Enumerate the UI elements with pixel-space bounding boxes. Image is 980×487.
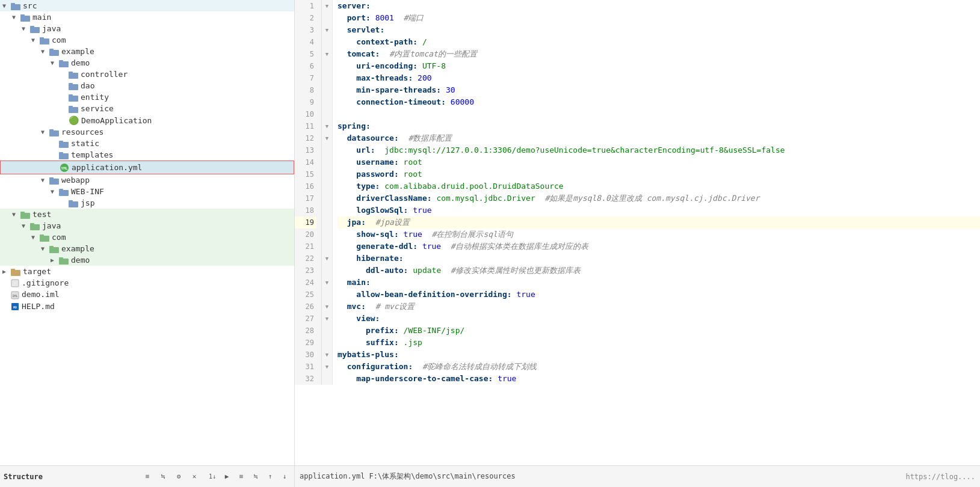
sort-icon[interactable]: ≡	[141, 471, 153, 483]
tree-arrow: ▼	[12, 14, 20, 20]
line-num-5: 5	[295, 48, 316, 60]
sort-alpha-icon[interactable]: ≒	[157, 471, 169, 483]
tree-item-application.yml[interactable]: YMLapplication.yml	[0, 161, 294, 174]
code-line-4: context-path: /	[337, 36, 980, 48]
move-down-icon[interactable]: ↓	[279, 471, 291, 483]
gutter-item-22[interactable]: ▼	[322, 253, 332, 265]
tree-arrow: ▶	[2, 268, 11, 275]
gutter-item-24[interactable]: ▼	[322, 277, 332, 289]
tree-item-WEB-INF[interactable]: ▼WEB-INF	[0, 186, 294, 197]
folder-icon	[20, 13, 30, 22]
tree-item-target[interactable]: ▶target	[0, 266, 294, 277]
tree-arrow: ▼	[41, 48, 49, 55]
tree-item-label: demo	[71, 58, 90, 67]
tree-item-static[interactable]: static	[0, 138, 294, 149]
folder-icon	[59, 150, 69, 159]
folder-icon	[59, 187, 69, 196]
gutter-item-11[interactable]: ▼	[322, 120, 332, 132]
folder-icon	[69, 198, 78, 207]
fold-gutter: ▼▼▼▼▼▼▼▼▼▼▼	[322, 0, 333, 385]
iml-file-icon: IML	[11, 290, 19, 299]
tree-item-test-demo[interactable]: ▶demo	[0, 254, 294, 266]
fold-arrow[interactable]: ▼	[325, 123, 328, 129]
settings-icon[interactable]: ⚙	[173, 471, 185, 483]
tree-item-controller[interactable]: controller	[0, 69, 294, 80]
fold-arrow[interactable]: ▼	[325, 352, 328, 358]
tree-item-templates[interactable]: templates	[0, 149, 294, 161]
code-line-22: hibernate:	[337, 253, 980, 265]
tree-item-test[interactable]: ▼test	[0, 209, 294, 220]
fold-arrow[interactable]: ▼	[325, 304, 328, 310]
tree-item-demo[interactable]: ▼demo	[0, 57, 294, 69]
fold-arrow[interactable]: ▼	[325, 280, 328, 286]
move-up-icon[interactable]: ↑	[264, 471, 276, 483]
tree-item-com[interactable]: ▼com	[0, 34, 294, 46]
code-line-12: datasource: #数据库配置	[337, 132, 980, 144]
gutter-item-3[interactable]: ▼	[322, 24, 332, 36]
structure-label: Structure	[4, 473, 138, 481]
tree-item-label: test	[32, 210, 51, 219]
sort-by-type-icon[interactable]: 1↓	[206, 471, 218, 483]
gutter-item-30[interactable]: ▼	[322, 349, 332, 361]
tree-item-test-example[interactable]: ▼example	[0, 243, 294, 254]
code-line-25: allow-bean-definition-overriding: true	[337, 289, 980, 301]
code-line-15: password: root	[337, 168, 980, 180]
tree-item-java[interactable]: ▼java	[0, 23, 294, 34]
fold-arrow[interactable]: ▼	[325, 135, 328, 141]
tree-item-example[interactable]: ▼example	[0, 46, 294, 57]
tree-item-gitignore[interactable]: .gitignore	[0, 277, 294, 289]
code-lines: server: port: 8001 #端口 servlet: context-…	[333, 0, 980, 385]
code-editor[interactable]: 1234567891011121314151617181920212223242…	[295, 0, 980, 465]
tree-item-label: HELP.md	[22, 302, 55, 311]
code-line-1: server:	[337, 0, 980, 12]
tree-item-service[interactable]: service	[0, 103, 294, 114]
code-line-6: uri-encoding: UTF-8	[337, 60, 980, 72]
svg-rect-35	[20, 212, 25, 213]
tree-item-HELP.md[interactable]: MDHELP.md	[0, 301, 294, 313]
tree-item-main[interactable]: ▼main	[0, 11, 294, 23]
line-num-1: 1	[295, 0, 316, 12]
fold-arrow[interactable]: ▼	[325, 51, 328, 57]
tree-item-src[interactable]: ▼src	[0, 0, 294, 11]
tree-item-resources[interactable]: ▼resources	[0, 126, 294, 138]
gutter-item-25	[322, 289, 332, 301]
fold-arrow[interactable]: ▼	[325, 364, 328, 370]
tree-item-jsp[interactable]: jsp	[0, 197, 294, 209]
gutter-item-31[interactable]: ▼	[322, 361, 332, 373]
tree-item-DemoApplication[interactable]: 🟢DemoApplication	[0, 114, 294, 126]
tree-item-entity[interactable]: entity	[0, 91, 294, 103]
fold-arrow[interactable]: ▼	[325, 27, 328, 33]
tree-icon[interactable]: ≡	[235, 471, 247, 483]
tree-item-demo.iml[interactable]: IMLdemo.iml	[0, 289, 294, 301]
fold-arrow[interactable]: ▼	[325, 256, 328, 262]
gutter-item-21	[322, 240, 332, 253]
folder-icon	[59, 139, 69, 148]
gutter-item-1[interactable]: ▼	[322, 0, 332, 12]
line-num-32: 32	[295, 373, 316, 385]
gutter-item-5[interactable]: ▼	[322, 48, 332, 60]
tree-item-label: webapp	[61, 176, 90, 185]
fold-arrow[interactable]: ▼	[325, 316, 328, 322]
close-icon[interactable]: ✕	[188, 471, 200, 483]
fold-arrow[interactable]: ▼	[325, 3, 328, 9]
gutter-item-12[interactable]: ▼	[322, 132, 332, 144]
tree-arrow: ▶	[51, 257, 59, 263]
svg-rect-11	[59, 60, 63, 62]
tree-item-test-java[interactable]: ▼java	[0, 220, 294, 231]
line-num-14: 14	[295, 156, 316, 168]
tree-item-label: target	[23, 267, 51, 276]
code-line-18: logSlowSql: true	[337, 204, 980, 216]
gutter-item-27[interactable]: ▼	[322, 313, 332, 325]
tree-item-label: src	[23, 1, 37, 10]
line-num-13: 13	[295, 144, 316, 156]
tree-item-webapp[interactable]: ▼webapp	[0, 174, 294, 186]
tree-item-test-com[interactable]: ▼com	[0, 231, 294, 243]
tree-item-dao[interactable]: dao	[0, 80, 294, 91]
collapse-icon[interactable]: ≒	[250, 471, 262, 483]
gutter-item-26[interactable]: ▼	[322, 301, 332, 313]
expand-icon[interactable]: ▶	[221, 471, 233, 483]
svg-rect-28	[49, 179, 59, 185]
tree-item-label: DemoApplication	[81, 116, 152, 125]
svg-rect-12	[69, 73, 78, 79]
svg-text:IML: IML	[12, 294, 17, 298]
